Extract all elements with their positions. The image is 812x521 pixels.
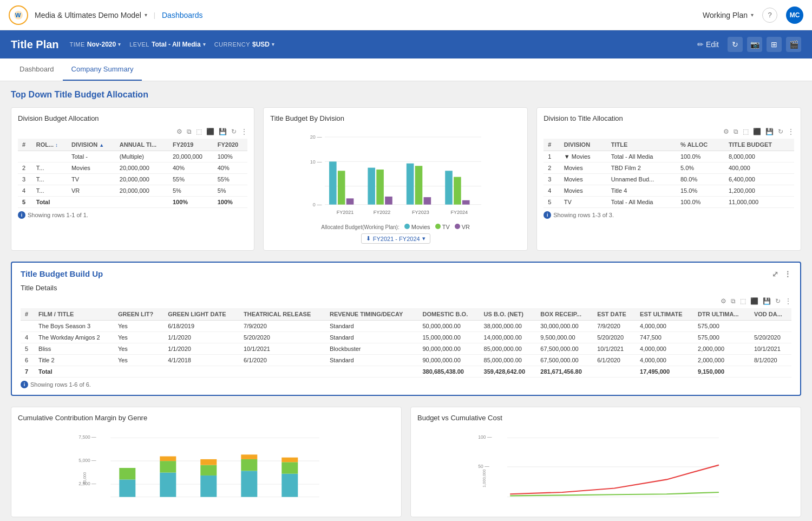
filter-icon[interactable]: ⚙: [176, 128, 182, 135]
svg-rect-17: [424, 197, 431, 205]
svg-rect-35: [160, 473, 176, 497]
user-avatar[interactable]: MC: [786, 6, 803, 24]
division-title-showing: i Showing rows 1-3 of 3.: [543, 211, 794, 219]
table-row: 3 T... TV 20,000,000 55% 55%: [18, 174, 247, 185]
legend-movies: Movies: [404, 224, 430, 230]
refresh-button[interactable]: ↻: [728, 37, 743, 52]
import-icon[interactable]: ⬛: [206, 128, 214, 135]
refresh-icon2[interactable]: ↻: [778, 128, 783, 135]
tab-company-summary[interactable]: Company Summary: [63, 58, 142, 81]
bottom-charts: Cumulative Contribution Margin by Genre …: [11, 407, 801, 517]
working-plan-btn[interactable]: Working Plan ▾: [703, 11, 754, 19]
nav-separator: |: [154, 11, 155, 19]
time-value[interactable]: Nov-2020 ▾: [87, 41, 121, 48]
refresh-icon3[interactable]: ↻: [775, 297, 781, 305]
svg-text:5,000 —: 5,000 —: [78, 458, 96, 463]
division-title-allocation-card: Division to Title Allocation ⚙ ⧉ ⬚ ⬛ 💾 ↻…: [536, 107, 801, 251]
legend-allocated-budget: Allocated Budget(Working Plan):: [321, 224, 399, 230]
table-row-total: 7 Total 380,685,438.00 359,428,642.00 28…: [21, 366, 791, 377]
col-title-budget: TITLE BUDGET: [724, 139, 794, 151]
division-title-toolbar: ⚙ ⧉ ⬚ ⬛ 💾 ↻ ⋮: [543, 128, 794, 135]
svg-rect-10: [338, 171, 345, 204]
col-revenue: REVENUE TIMING/DECAY: [325, 308, 418, 321]
title-bar: Title Plan TIME Nov-2020 ▾ LEVEL Total -…: [0, 30, 812, 58]
table-row: 5 Bliss Yes 1/1/2020 10/1/2021 Blockbust…: [21, 343, 791, 355]
time-control[interactable]: TIME Nov-2020 ▾: [70, 41, 121, 48]
export-icon3[interactable]: ⬚: [740, 297, 746, 305]
cumulative-margin-svg: 7,500 — 5,000 — 2,500 — 30,000: [18, 427, 395, 509]
export-icon[interactable]: ⬚: [196, 128, 202, 135]
svg-text:FY2024: FY2024: [451, 210, 468, 215]
currency-value[interactable]: $USD ▾: [252, 41, 274, 48]
tab-dashboard[interactable]: Dashboard: [11, 58, 63, 81]
expand-icon[interactable]: ⤢: [772, 270, 778, 278]
svg-rect-40: [200, 459, 217, 465]
save-icon3[interactable]: 💾: [763, 297, 771, 305]
video-button[interactable]: 🎬: [786, 37, 801, 52]
svg-text:30,000: 30,000: [82, 472, 87, 485]
edit-icon: ✏: [697, 40, 704, 49]
title-budget-chart-title: Title Budget By Division: [270, 114, 521, 122]
budget-cost-title: Budget vs Cumulative Cost: [417, 414, 794, 422]
filter-icon2[interactable]: ⚙: [723, 128, 729, 135]
working-plan-arrow: ▾: [751, 12, 754, 18]
download-icon: ⬇: [366, 235, 371, 242]
col-division[interactable]: DIVISION ▲: [67, 139, 115, 151]
help-button[interactable]: ?: [762, 8, 777, 23]
col-fy2019: FY2019: [168, 139, 213, 151]
more-icon2[interactable]: ⋮: [788, 128, 794, 135]
col-vod: VOD DA...: [750, 308, 791, 321]
title-details-showing: i Showing rows 1-6 of 6.: [21, 381, 791, 388]
currency-arrow: ▾: [272, 42, 274, 47]
copy-icon2[interactable]: ⧉: [734, 128, 738, 135]
import-icon3[interactable]: ⬛: [750, 297, 758, 305]
grid-view-button[interactable]: ⊞: [767, 37, 782, 52]
build-up-more-icon[interactable]: ⋮: [784, 270, 791, 278]
col-hash3: #: [21, 308, 34, 321]
svg-rect-13: [377, 170, 384, 205]
svg-text:FY2022: FY2022: [374, 210, 391, 215]
edit-button[interactable]: ✏ Edit: [693, 38, 723, 51]
export-icon2[interactable]: ⬚: [743, 128, 749, 135]
svg-text:1,000,000: 1,000,000: [482, 470, 487, 487]
dashboards-link[interactable]: Dashboards: [162, 11, 203, 19]
svg-text:0 —: 0 —: [313, 202, 323, 207]
division-budget-title: Division Budget Allocation: [18, 114, 247, 122]
info-icon: i: [18, 211, 25, 219]
col-box-receip: BOX RECEIP...: [536, 308, 593, 321]
build-up-section: Title Budget Build Up ⤢ ⋮ Title Details …: [11, 262, 801, 396]
col-division2: DIVISION: [560, 139, 607, 151]
table-row: 2 Movies TBD Film 2 5.0% 400,000: [543, 162, 794, 174]
more-icon[interactable]: ⋮: [241, 128, 247, 135]
level-label: LEVEL: [129, 41, 149, 48]
save-icon2[interactable]: 💾: [765, 128, 774, 135]
filter-icon3[interactable]: ⚙: [721, 297, 726, 305]
chart-date-range[interactable]: ⬇ FY2021 - FY2024 ▾: [270, 233, 521, 244]
refresh-table-icon[interactable]: ↻: [231, 128, 237, 135]
title-budget-chart-card: Title Budget By Division $,000,000 20 — …: [263, 107, 528, 251]
col-green-date: GREEN LIGHT DATE: [163, 308, 239, 321]
division-budget-card: Division Budget Allocation ⚙ ⧉ ⬚ ⬛ 💾 ↻ ⋮…: [11, 107, 254, 251]
table-row-total: 5 Total 100% 100%: [18, 197, 247, 208]
division-budget-showing: i Showing rows 1-1 of 1.: [18, 211, 247, 219]
col-dtr: DTR ULTIMA...: [693, 308, 750, 321]
table-row: 4 The Workday Amigos 2 Yes 1/1/2020 5/20…: [21, 332, 791, 343]
copy-icon3[interactable]: ⧉: [731, 297, 736, 305]
svg-rect-34: [119, 468, 135, 479]
more-icon3[interactable]: ⋮: [785, 297, 791, 305]
camera-button[interactable]: 📷: [747, 37, 762, 52]
model-name[interactable]: Media & Ultimates Demo Model ▾: [35, 11, 147, 19]
col-rol[interactable]: ROL... ↕: [32, 139, 67, 151]
svg-rect-33: [119, 479, 135, 497]
legend-tv: TV: [435, 224, 450, 230]
copy-icon[interactable]: ⧉: [187, 128, 192, 135]
table-row: 1 ▼ Movies Total - All Media 100.0% 8,00…: [543, 151, 794, 162]
currency-control[interactable]: CURRENCY $USD ▾: [214, 41, 274, 48]
level-control[interactable]: LEVEL Total - All Media ▾: [129, 41, 205, 48]
save-icon[interactable]: 💾: [219, 128, 227, 135]
model-dropdown-arrow: ▾: [145, 12, 147, 18]
level-value[interactable]: Total - All Media ▾: [152, 41, 206, 48]
section1-title: Top Down Title Budget Allocation: [11, 90, 801, 100]
import-icon2[interactable]: ⬛: [753, 128, 761, 135]
title-budget-svg: $,000,000 20 — 10 — 0 —: [270, 128, 521, 220]
